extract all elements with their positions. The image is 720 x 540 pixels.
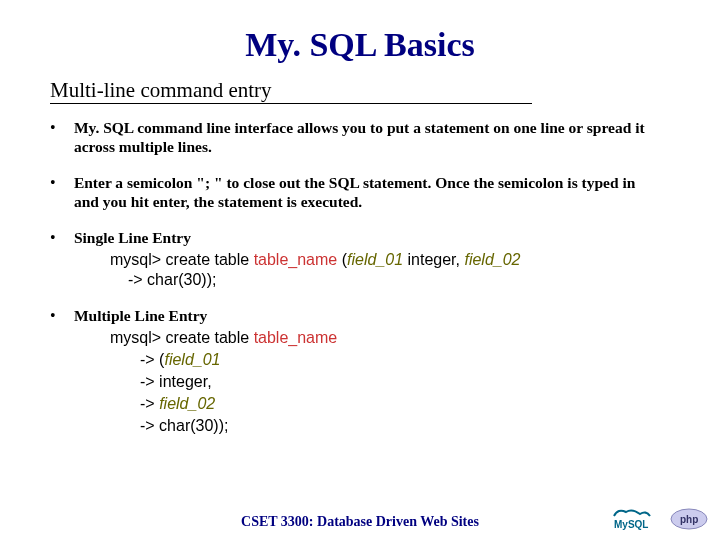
bullet-text: Multiple Line Entry — [74, 306, 654, 325]
svg-text:php: php — [680, 514, 698, 525]
logos: MySQL php — [612, 506, 708, 532]
bullet-icon: • — [50, 228, 64, 248]
field-name: field_01 — [347, 251, 403, 268]
field-name: field_01 — [164, 351, 220, 368]
bullet-icon: • — [50, 173, 64, 193]
code-text: integer, — [403, 251, 464, 268]
code-continuation: -> field_02 — [140, 394, 680, 414]
list-item: • Enter a semicolon "; " to close out th… — [40, 173, 680, 212]
table-name: table_name — [254, 329, 338, 346]
php-logo-icon: php — [670, 508, 708, 530]
slide-title: My. SQL Basics — [40, 26, 680, 64]
bullet-text: Enter a semicolon "; " to close out the … — [74, 173, 654, 212]
code-single-line: mysql> create table table_name (field_01… — [110, 250, 680, 290]
code-multi-line: mysql> create table table_name — [110, 328, 680, 348]
code-continuation: -> char(30)); — [128, 270, 680, 290]
bullet-text: Single Line Entry — [74, 228, 654, 247]
code-text: ( — [337, 251, 347, 268]
svg-text:MySQL: MySQL — [614, 519, 648, 530]
list-item: • My. SQL command line interface allows … — [40, 118, 680, 157]
bullet-icon: • — [50, 306, 64, 326]
list-item: • Single Line Entry mysql> create table … — [40, 228, 680, 290]
table-name: table_name — [254, 251, 338, 268]
bullet-icon: • — [50, 118, 64, 138]
list-item: • Multiple Line Entry mysql> create tabl… — [40, 306, 680, 436]
code-text: -> — [140, 395, 159, 412]
slide-subtitle: Multi-line command entry — [50, 78, 532, 104]
code-continuation: -> integer, — [140, 372, 680, 392]
mysql-logo-icon: MySQL — [612, 506, 662, 532]
code-continuation: -> char(30)); — [140, 416, 680, 436]
code-text: -> ( — [140, 351, 164, 368]
field-name: field_02 — [159, 395, 215, 412]
code-text: mysql> create table — [110, 251, 254, 268]
code-text: mysql> create table — [110, 329, 254, 346]
bullet-list: • My. SQL command line interface allows … — [40, 118, 680, 436]
field-name: field_02 — [464, 251, 520, 268]
bullet-text: My. SQL command line interface allows yo… — [74, 118, 654, 157]
code-continuation: -> (field_01 — [140, 350, 680, 370]
